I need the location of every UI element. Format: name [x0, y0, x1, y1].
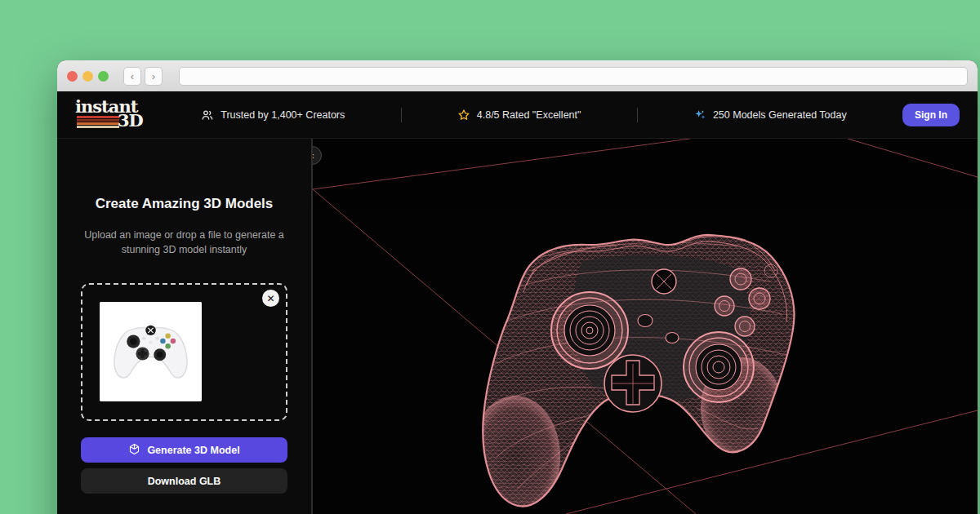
sign-in-button[interactable]: Sign In — [902, 104, 960, 126]
browser-chrome: ‹ › — [57, 60, 978, 91]
nav-buttons: ‹ › — [123, 67, 163, 86]
close-window-button[interactable] — [67, 71, 78, 82]
right-stick — [684, 332, 754, 402]
stat-trusted: Trusted by 1,400+ Creators — [201, 109, 345, 122]
minimize-window-button[interactable] — [82, 71, 93, 82]
forward-button[interactable]: › — [145, 67, 163, 86]
controller-photo — [100, 302, 202, 401]
stat-models: 250 Models Generated Today — [693, 109, 847, 122]
app-body: Create Amazing 3D Models Upload an image… — [57, 139, 978, 514]
header-divider — [637, 108, 638, 122]
users-icon — [201, 109, 214, 122]
logo-mark: 3D — [118, 110, 143, 131]
stat-label: Trusted by 1,400+ Creators — [220, 109, 345, 121]
wireframe-scene — [313, 139, 978, 514]
dpad — [604, 355, 662, 412]
page-title: Create Amazing 3D Models — [81, 196, 287, 212]
generate-button-label: Generate 3D Model — [147, 445, 239, 456]
url-bar[interactable] — [179, 67, 968, 86]
zoom-window-button[interactable] — [98, 71, 109, 82]
page: { "browser": { "url_value": "", "back_gl… — [0, 0, 980, 514]
logo-stripes — [77, 116, 119, 129]
generate-3d-model-button[interactable]: Generate 3D Model — [81, 437, 287, 463]
xbox-guide-button — [652, 269, 676, 294]
uploaded-image-thumbnail — [100, 302, 202, 401]
sparkles-icon — [693, 109, 706, 122]
instant-3d-logo[interactable]: instant 3D — [75, 98, 145, 132]
stat-label: 4.8/5 Rated "Excellent" — [477, 109, 581, 121]
star-icon — [457, 109, 470, 122]
menu-button-wire — [666, 333, 679, 343]
browser-window: ‹ › instant 3D Trusted by 1,400+ Creator… — [57, 60, 978, 514]
app-header: instant 3D Trusted by 1,400+ Creators — [57, 91, 978, 139]
sidebar: Create Amazing 3D Models Upload an image… — [57, 139, 313, 514]
download-button-label: Download GLB — [148, 476, 221, 487]
header-divider — [401, 108, 402, 122]
model-viewer[interactable]: ‹ — [313, 139, 978, 514]
view-button-wire — [638, 315, 653, 327]
page-subtitle: Upload an image or drop a file to genera… — [82, 228, 286, 257]
stat-label: 250 Models Generated Today — [713, 109, 847, 121]
back-button[interactable]: ‹ — [123, 67, 141, 86]
header-stats: Trusted by 1,400+ Creators 4.8/5 Rated "… — [145, 108, 902, 122]
remove-image-button[interactable]: ✕ — [262, 290, 279, 307]
cube-icon — [128, 443, 140, 458]
download-glb-button[interactable]: Download GLB — [81, 468, 287, 494]
upload-dropzone[interactable]: ✕ — [81, 283, 287, 421]
left-stick — [551, 292, 628, 369]
stat-rating: 4.8/5 Rated "Excellent" — [457, 109, 581, 122]
wireframe-controller — [468, 220, 811, 514]
